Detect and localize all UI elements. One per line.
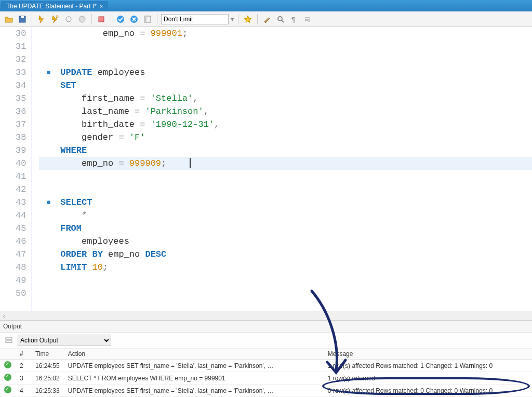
output-row[interactable]: 316:25:02SELECT * FROM employees WHERE e…	[0, 372, 532, 385]
line-number-gutter: 3031323334353637383940414243444546474849…	[0, 27, 32, 311]
separator	[157, 14, 157, 24]
status-ok-icon	[4, 374, 11, 381]
col-message: Message	[324, 349, 532, 360]
svg-point-2	[56, 16, 58, 18]
output-panel-header: Output	[0, 320, 532, 333]
output-header-row: # Time Action Message	[0, 349, 532, 360]
open-file-icon[interactable]	[3, 14, 15, 25]
output-title: Output	[3, 323, 22, 330]
commit-icon[interactable]	[115, 14, 126, 25]
output-controls: Action Output	[0, 333, 532, 349]
execute-icon[interactable]	[36, 14, 47, 25]
beautify-icon[interactable]	[242, 14, 254, 25]
svg-point-10	[278, 17, 282, 21]
col-time: Time	[31, 349, 64, 360]
brush-icon[interactable]	[261, 14, 273, 25]
horizontal-scrollbar[interactable]: ‹	[0, 311, 532, 320]
rollback-icon[interactable]	[128, 14, 140, 25]
toggle-panel-icon[interactable]	[142, 14, 153, 25]
svg-rect-5	[99, 17, 104, 22]
status-ok-icon	[4, 361, 11, 368]
toolbar: ▾ ¶	[0, 11, 532, 27]
tab-title: The UPDATE Statement - Part I*	[6, 3, 97, 10]
col-num: #	[16, 349, 31, 360]
separator	[32, 14, 32, 24]
search-icon[interactable]	[275, 14, 286, 25]
col-action: Action	[64, 349, 324, 360]
separator	[111, 14, 111, 24]
svg-point-6	[117, 16, 124, 23]
tab-strip: The UPDATE Statement - Part I* ×	[0, 0, 532, 11]
svg-rect-9	[144, 16, 147, 22]
execute-step-icon[interactable]	[49, 14, 61, 25]
svg-rect-1	[21, 16, 24, 18]
output-row[interactable]: 216:24:55UPDATE employees SET first_name…	[0, 360, 532, 372]
wrap-icon[interactable]	[302, 14, 313, 25]
output-type-select[interactable]: Action Output	[18, 335, 111, 346]
separator	[91, 14, 92, 24]
pilcrow-icon[interactable]: ¶	[288, 14, 300, 25]
explain-icon[interactable]	[63, 14, 74, 25]
svg-point-4	[79, 16, 85, 22]
svg-point-3	[66, 17, 71, 22]
tab-editor[interactable]: The UPDATE Statement - Part I* ×	[1, 1, 108, 11]
svg-rect-13	[6, 341, 12, 342]
output-row[interactable]: 416:25:33UPDATE employees SET first_name…	[0, 385, 532, 397]
close-icon[interactable]: ×	[100, 3, 103, 9]
scroll-left-icon[interactable]: ‹	[1, 313, 7, 319]
code-area[interactable]: emp_no = 999901; UPDATE employees SET fi…	[32, 27, 532, 311]
sql-editor[interactable]: 3031323334353637383940414243444546474849…	[0, 27, 532, 311]
output-grid: # Time Action Message 216:24:55UPDATE em…	[0, 349, 532, 397]
svg-rect-12	[6, 338, 12, 339]
status-ok-icon	[4, 386, 11, 393]
output-list-icon[interactable]	[3, 335, 15, 346]
svg-text:¶: ¶	[291, 16, 295, 23]
separator	[238, 14, 238, 24]
save-icon[interactable]	[17, 14, 28, 25]
toggle-autocommit-icon[interactable]	[96, 14, 107, 25]
stop-icon[interactable]	[76, 14, 88, 25]
limit-rows-input[interactable]	[161, 14, 229, 24]
separator	[257, 14, 258, 24]
col-status	[0, 349, 16, 360]
